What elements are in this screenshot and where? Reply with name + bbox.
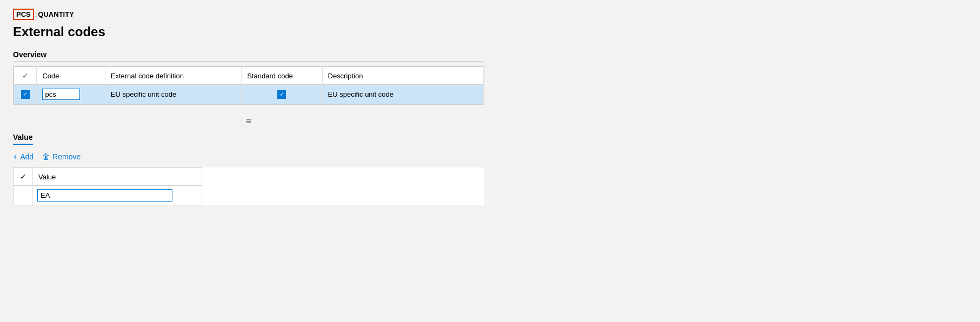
row-code-cell[interactable] — [37, 85, 105, 104]
code-input[interactable] — [42, 89, 80, 100]
resize-icon: ≡ — [246, 116, 252, 126]
overview-table: ✓ Code External code definition Standard… — [14, 66, 484, 104]
add-button[interactable]: + Add — [13, 151, 34, 162]
overview-col-ext-def: External code definition — [105, 67, 242, 85]
overview-section-label: Overview — [13, 50, 484, 62]
overview-col-description: Description — [322, 67, 484, 85]
value-table-header-row: ✓ Value — [14, 168, 202, 186]
row-checkbox[interactable]: ✓ — [21, 90, 30, 99]
value-toolbar: + Add 🗑 Remove — [13, 151, 484, 162]
value-table-row[interactable] — [14, 186, 202, 205]
add-button-label: Add — [20, 152, 34, 161]
remove-button[interactable]: 🗑 Remove — [42, 151, 81, 162]
overview-section: Overview ✓ Code External code definition… — [13, 50, 484, 105]
remove-button-label: Remove — [52, 152, 81, 161]
breadcrumb: PCS : QUANTITY — [13, 9, 484, 20]
value-input[interactable] — [37, 189, 172, 202]
overview-col-check: ✓ — [14, 67, 37, 85]
row-ext-def-cell: EU specific unit code — [105, 85, 242, 104]
separator-area: ≡ — [13, 111, 484, 131]
value-row-check-cell — [14, 186, 33, 205]
value-table: ✓ Value — [13, 167, 202, 205]
overview-col-std-code: Standard code — [242, 67, 322, 85]
breadcrumb-separator: : — [35, 10, 37, 18]
row-check-cell[interactable]: ✓ — [14, 85, 37, 104]
value-label-text: Value — [13, 133, 33, 145]
page-title: External codes — [13, 24, 484, 39]
value-section: Value + Add 🗑 Remove ✓ Value — [13, 133, 484, 205]
overview-col-code: Code — [37, 67, 105, 85]
value-row-value-cell[interactable] — [33, 186, 202, 205]
row-std-code-cell[interactable]: ✓ — [242, 85, 322, 104]
std-code-checkbox[interactable]: ✓ — [277, 90, 286, 99]
value-col-value: Value — [33, 168, 202, 186]
value-col-check: ✓ — [14, 168, 33, 186]
row-description-cell: EU specific unit code — [322, 85, 484, 104]
add-icon: + — [13, 152, 17, 161]
breadcrumb-pcs[interactable]: PCS — [13, 9, 34, 20]
value-section-label: Value — [13, 133, 484, 151]
table-row[interactable]: ✓ EU specific unit code ✓ EU specific un… — [14, 85, 484, 104]
check-header-icon: ✓ — [22, 71, 29, 80]
value-check-header-icon: ✓ — [20, 172, 26, 181]
value-table-wrapper: ✓ Value — [13, 167, 484, 205]
breadcrumb-quantity[interactable]: QUANTITY — [38, 10, 74, 18]
overview-table-header-row: ✓ Code External code definition Standard… — [14, 67, 484, 85]
trash-icon: 🗑 — [42, 152, 50, 161]
overview-table-container: ✓ Code External code definition Standard… — [13, 66, 484, 105]
